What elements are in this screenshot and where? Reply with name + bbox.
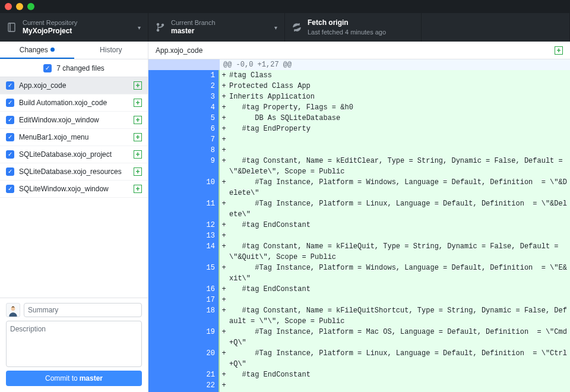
file-checkbox[interactable]: ✓ [6, 116, 14, 124]
diff-file-name: App.xojo_code [156, 46, 202, 55]
diff-line[interactable]: 12+ #tag EndConstant [148, 220, 570, 230]
line-number: 2 [202, 81, 220, 91]
file-row[interactable]: ✓MenuBar1.xojo_menu+ [0, 129, 148, 146]
chevron-down-icon: ▾ [274, 24, 277, 31]
header-spacer [422, 13, 570, 42]
line-number: 11 [202, 198, 220, 220]
minimize-window-icon[interactable] [16, 3, 23, 10]
diff-line[interactable]: 20+ #Tag Instance, Platform = Linux, Lan… [148, 348, 570, 369]
file-checkbox[interactable]: ✓ [6, 99, 14, 107]
changes-summary-row[interactable]: ✓ 7 changed files [0, 59, 148, 77]
diff-line[interactable]: 14+ #tag Constant, Name = kFileQuit, Typ… [148, 241, 570, 263]
diff-line[interactable]: 15+ #Tag Instance, Platform = Windows, L… [148, 263, 570, 284]
diff-text: #tag EndConstant [228, 220, 570, 230]
line-number: 19 [202, 327, 220, 348]
file-checkbox[interactable]: ✓ [6, 150, 14, 159]
added-file-icon: + [134, 167, 142, 176]
diff-line[interactable]: 19+ #Tag Instance, Platform = Mac OS, La… [148, 327, 570, 348]
file-name: SQLiteDatabase.xojo_project [19, 150, 129, 159]
diff-line[interactable]: 8+ [148, 145, 570, 156]
commit-summary-input[interactable]: Summary [24, 303, 142, 317]
current-branch-dropdown[interactable]: Current Branch master ▾ [148, 13, 285, 42]
repo-icon [7, 23, 17, 32]
diff-line[interactable]: 4+ #tag Property, Flags = &h0 [148, 102, 570, 113]
svg-point-3 [157, 29, 159, 31]
diff-line[interactable]: 6+ #tag EndProperty [148, 124, 570, 134]
diff-line[interactable]: 10+ #Tag Instance, Platform = Windows, L… [148, 177, 570, 198]
tab-history-label: History [100, 46, 122, 54]
added-file-icon: + [134, 133, 142, 141]
diff-marker: + [220, 241, 228, 263]
diff-text: #tag Constant, Name = kEditClear, Type =… [228, 156, 570, 177]
line-number: 5 [202, 113, 220, 124]
diff-text: Protected Class App [228, 81, 570, 91]
repo-name: MyXojoProject [23, 27, 77, 36]
file-name: Build Automation.xojo_code [19, 99, 129, 107]
diff-marker: + [220, 70, 228, 81]
description-placeholder: Description [10, 325, 46, 333]
diff-text: #Tag Instance, Platform = Mac OS, Langua… [228, 327, 570, 348]
diff-line[interactable]: 11+ #Tag Instance, Platform = Linux, Lan… [148, 198, 570, 220]
diff-line[interactable]: 5+ DB As SQLiteDatabase [148, 113, 570, 124]
zoom-window-icon[interactable] [27, 3, 34, 10]
diff-text [228, 295, 570, 305]
diff-line[interactable]: 1+#tag Class [148, 70, 570, 81]
tab-changes[interactable]: Changes [0, 42, 74, 59]
close-window-icon[interactable] [5, 3, 12, 10]
diff-marker: + [220, 230, 228, 241]
diff-line[interactable]: 17+ [148, 295, 570, 305]
line-number: 3 [202, 91, 220, 102]
commit-button[interactable]: Commit to master [6, 371, 142, 386]
tab-history[interactable]: History [74, 42, 148, 59]
file-row[interactable]: ✓App.xojo_code+ [0, 77, 148, 94]
file-checkbox[interactable]: ✓ [6, 133, 14, 141]
diff-marker: + [220, 369, 228, 380]
diff-line[interactable]: 18+ #tag Constant, Name = kFileQuitShort… [148, 305, 570, 327]
commit-panel: Summary Description Commit to master [0, 298, 148, 392]
diff-marker: + [220, 327, 228, 348]
added-file-icon: + [134, 81, 142, 90]
commit-button-branch: master [80, 374, 103, 382]
diff-line[interactable]: 9+ #tag Constant, Name = kEditClear, Typ… [148, 156, 570, 177]
file-checkbox[interactable]: ✓ [6, 81, 14, 90]
diff-line[interactable]: 16+ #tag EndConstant [148, 284, 570, 295]
diff-line[interactable]: 2+Protected Class App [148, 81, 570, 91]
diff-text: #tag EndConstant [228, 284, 570, 295]
commit-description-input[interactable]: Description [6, 321, 142, 367]
diff-text: #tag Property, Flags = &h0 [228, 102, 570, 113]
sidebar: Changes History ✓ 7 changed files ✓App.x… [0, 42, 148, 392]
diff-text: #Tag Instance, Platform = Windows, Langu… [228, 263, 570, 284]
fetch-origin-button[interactable]: Fetch origin Last fetched 4 minutes ago [285, 13, 422, 42]
file-name: SQLiteWindow.xojo_window [19, 185, 129, 193]
file-row[interactable]: ✓SQLiteDatabase.xojo_resources+ [0, 163, 148, 181]
added-file-icon: + [134, 99, 142, 107]
line-number: 1 [202, 70, 220, 81]
diff-line[interactable]: 21+ #tag EndConstant [148, 369, 570, 380]
diff-marker: + [220, 198, 228, 220]
line-number: 22 [202, 380, 220, 391]
branch-label: Current Branch [171, 18, 216, 27]
select-all-checkbox[interactable]: ✓ [43, 64, 52, 72]
file-checkbox[interactable]: ✓ [6, 167, 14, 176]
file-row[interactable]: ✓SQLiteDatabase.xojo_project+ [0, 146, 148, 163]
diff-text: #tag EndProperty [228, 124, 570, 134]
file-checkbox[interactable]: ✓ [6, 185, 14, 193]
current-repository-dropdown[interactable]: Current Repository MyXojoProject ▾ [0, 13, 148, 42]
line-number: 7 [202, 134, 220, 145]
diff-line[interactable]: 22+ [148, 380, 570, 391]
diff-text: DB As SQLiteDatabase [228, 113, 570, 124]
diff-marker: + [220, 348, 228, 369]
changes-count-label: 7 changed files [56, 64, 104, 72]
file-row[interactable]: ✓SQLiteWindow.xojo_window+ [0, 181, 148, 198]
diff-body[interactable]: @@ -0,0 +1,27 @@ 1+#tag Class2+Protected… [148, 59, 570, 392]
diff-line[interactable]: 7+ [148, 134, 570, 145]
added-file-icon: + [134, 185, 142, 193]
diff-line[interactable]: 13+ [148, 230, 570, 241]
diff-line[interactable]: 3+Inherits Application [148, 91, 570, 102]
file-row[interactable]: ✓Build Automation.xojo_code+ [0, 94, 148, 112]
diff-marker: + [220, 284, 228, 295]
file-row[interactable]: ✓EditWindow.xojo_window+ [0, 112, 148, 129]
line-number: 21 [202, 369, 220, 380]
line-number: 18 [202, 305, 220, 327]
line-number: 9 [202, 156, 220, 177]
